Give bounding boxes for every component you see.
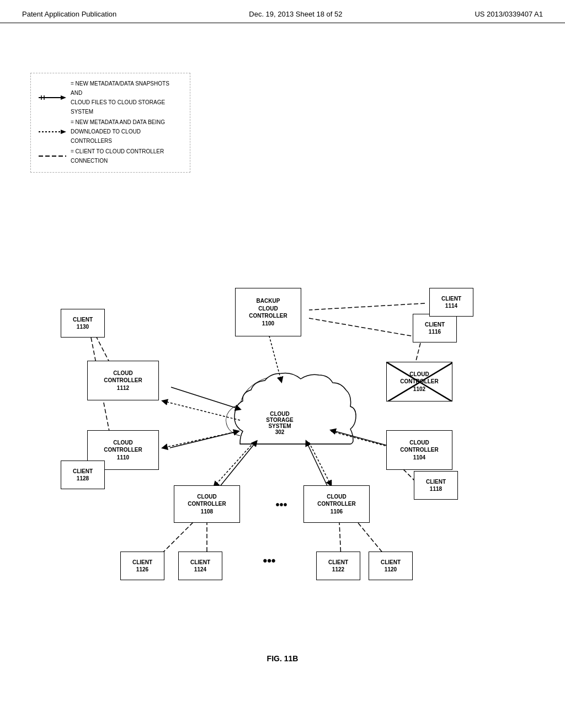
backup-cloud-controller-1100: BACKUP CLOUD CONTROLLER 1100 — [235, 288, 301, 336]
cloud-controller-1108: CLOUD CONTROLLER 1108 — [174, 485, 240, 523]
legend-row-3: = CLIENT TO CLOUD CONTROLLERCONNECTION — [39, 147, 182, 165]
cloud-controller-1104: CLOUD CONTROLLER 1104 — [386, 430, 452, 470]
legend-dotted-arrow-icon — [39, 128, 66, 136]
cloud-controller-1106: CLOUD CONTROLLER 1106 — [303, 485, 370, 523]
client-1128: CLIENT 1128 — [61, 461, 105, 489]
svg-line-21 — [163, 431, 238, 448]
svg-line-27 — [216, 441, 257, 491]
page-header: Patent Application Publication Dec. 19, … — [0, 0, 565, 23]
header-left: Patent Application Publication — [22, 10, 116, 18]
svg-line-28 — [306, 441, 329, 489]
svg-marker-5 — [61, 130, 66, 134]
svg-text:•••: ••• — [263, 554, 275, 568]
figure-caption: FIG. 11B — [267, 654, 299, 663]
client-1116: CLIENT 1116 — [413, 314, 457, 342]
client-1122: CLIENT 1122 — [316, 552, 360, 580]
svg-line-24 — [331, 431, 393, 448]
legend: = NEW METADATA/DATA SNAPSHOTS ANDCLOUD F… — [30, 73, 190, 173]
svg-marker-1 — [61, 95, 66, 100]
diagram-area: = NEW METADATA/DATA SNAPSHOTS ANDCLOUD F… — [0, 23, 565, 696]
client-1126: CLIENT 1126 — [120, 552, 164, 580]
client-1124: CLIENT 1124 — [178, 552, 222, 580]
svg-line-23 — [309, 442, 331, 485]
header-center: Dec. 19, 2013 Sheet 18 of 52 — [249, 10, 342, 18]
svg-line-29 — [331, 430, 392, 447]
legend-row-2: = NEW METADATA AND DATA BEINGDOWNLOADED … — [39, 117, 182, 146]
cloud-storage-302: CLOUD STORAGE SYSTEM 302 — [249, 404, 310, 442]
client-1114: CLIENT 1114 — [429, 288, 473, 317]
svg-line-22 — [214, 442, 254, 486]
svg-line-20 — [163, 401, 240, 420]
legend-label-1: = NEW METADATA/DATA SNAPSHOTS ANDCLOUD F… — [71, 79, 182, 116]
client-1120: CLIENT 1120 — [369, 552, 413, 580]
svg-line-26 — [170, 431, 238, 448]
svg-line-40 — [309, 318, 420, 338]
svg-line-19 — [268, 332, 281, 382]
cloud-controller-1102: CLOUD CONTROLLER 1102 — [386, 362, 452, 402]
legend-label-3: = CLIENT TO CLOUD CONTROLLERCONNECTION — [71, 147, 164, 165]
svg-point-10 — [303, 393, 348, 431]
svg-line-39 — [309, 303, 425, 310]
legend-solid-arrow-icon — [39, 94, 66, 101]
legend-row-1: = NEW METADATA/DATA SNAPSHOTS ANDCLOUD F… — [39, 79, 182, 116]
client-1118: CLIENT 1118 — [414, 471, 458, 500]
client-1130: CLIENT 1130 — [61, 309, 105, 338]
svg-text:•••: ••• — [275, 499, 287, 511]
svg-line-25 — [171, 387, 240, 409]
svg-point-17 — [303, 393, 348, 431]
header-right: US 2013/0339407 A1 — [475, 10, 543, 18]
legend-dashed-line-icon — [39, 152, 66, 160]
cloud-controller-1112: CLOUD CONTROLLER 1112 — [87, 361, 159, 400]
legend-label-2: = NEW METADATA AND DATA BEINGDOWNLOADED … — [71, 117, 182, 146]
